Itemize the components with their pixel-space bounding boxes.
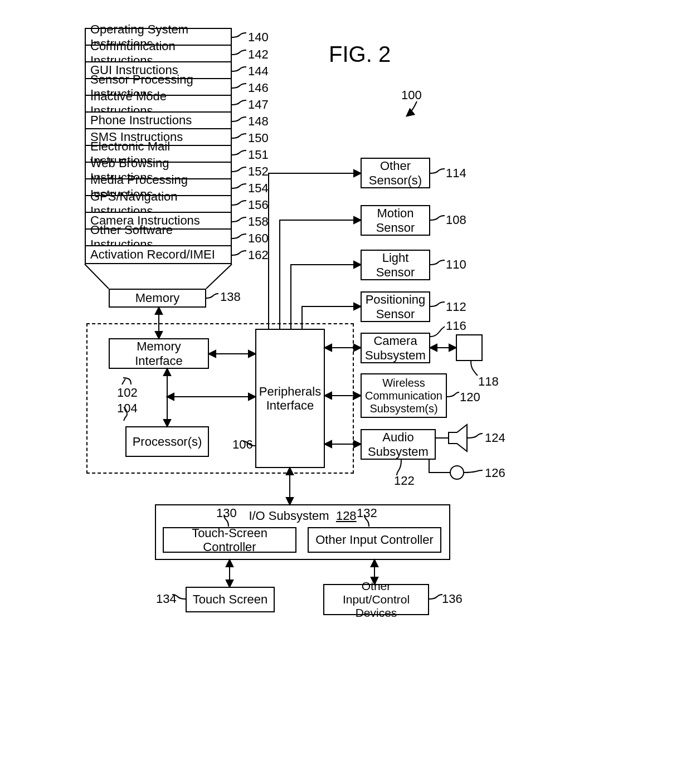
instr-row: Communication Instructions (85, 46, 232, 62)
instr-label: Phone Instructions (90, 113, 192, 128)
audio-subsystem-box: Audio Subsystem (361, 429, 436, 460)
ref-140: 140 (248, 30, 269, 45)
processors-box: Processor(s) (125, 426, 209, 457)
other-sensors-box: Other Sensor(s) (361, 158, 430, 188)
ref-160: 160 (248, 231, 269, 246)
periph-if-label: Peripherals Interface (259, 384, 322, 413)
other-controller-box: Other Input Controller (308, 527, 441, 553)
ref-146: 146 (248, 81, 269, 95)
io-sub-ref: 128 (336, 509, 357, 523)
ref-138: 138 (220, 290, 241, 304)
ref-106: 106 (232, 437, 253, 452)
other-input-label: Other Input/Control Devices (327, 580, 426, 620)
camera-sub-label: Camera Subsystem (364, 334, 427, 362)
light-sensor-label: Light Sensor (364, 251, 427, 279)
ref-158: 158 (248, 215, 269, 229)
svg-line-1 (206, 264, 232, 289)
ref-132: 132 (357, 506, 377, 520)
ref-148: 148 (248, 114, 269, 129)
ref-142: 142 (248, 47, 269, 62)
ref-118: 118 (478, 374, 499, 389)
ref-126: 126 (485, 466, 505, 480)
positioning-sensor-label: Positioning Sensor (364, 293, 427, 321)
ref-144: 144 (248, 64, 269, 79)
ref-116: 116 (446, 319, 466, 333)
peripherals-interface-box: Peripherals Interface (255, 329, 325, 468)
ref-154: 154 (248, 181, 269, 196)
ref-134: 134 (156, 592, 177, 606)
instr-label: Activation Record/IMEI (90, 247, 215, 262)
ref-112: 112 (446, 300, 466, 314)
instr-row: GPS/Navigation Instructions (85, 196, 232, 213)
camera-subsystem-box: Camera Subsystem (361, 333, 430, 363)
wireless-subsystem-box: Wireless Communication Subsystem(s) (361, 373, 447, 418)
diagram-canvas: FIG. 2 100 Operating System Instructions… (0, 0, 691, 784)
motion-sensor-box: Motion Sensor (361, 205, 430, 236)
camera-extra-box (456, 334, 483, 361)
ref-100: 100 (401, 88, 422, 103)
other-ctrl-label: Other Input Controller (315, 533, 434, 547)
memory-label: Memory (135, 291, 179, 305)
ref-122: 122 (394, 474, 415, 488)
svg-line-0 (85, 264, 109, 289)
instr-row: Inactive Mode Instructions (85, 96, 232, 113)
touch-controller-box: Touch-Screen Controller (163, 527, 296, 553)
memory-box: Memory (109, 289, 206, 308)
ref-114: 114 (446, 166, 466, 181)
ref-102: 102 (117, 386, 138, 400)
touch-screen-label: Touch Screen (193, 592, 268, 606)
ref-120: 120 (460, 390, 480, 405)
ref-108: 108 (446, 213, 466, 227)
memory-if-label: Memory Interface (112, 339, 206, 368)
touch-screen-box: Touch Screen (186, 587, 275, 612)
instr-row: Other Software Instructions (85, 230, 232, 246)
ref-162: 162 (248, 248, 269, 262)
figure-label: FIG. 2 (329, 42, 391, 67)
other-sensors-label: Other Sensor(s) (364, 159, 427, 187)
ref-147: 147 (248, 98, 269, 112)
memory-interface-box: Memory Interface (109, 338, 209, 369)
ref-130: 130 (216, 506, 237, 520)
ref-156: 156 (248, 198, 269, 212)
svg-point-11 (450, 466, 464, 479)
instr-row: Phone Instructions (85, 113, 232, 129)
processors-label: Processor(s) (133, 435, 202, 449)
positioning-sensor-box: Positioning Sensor (361, 291, 430, 322)
wireless-sub-label: Wireless Communication Subsystem(s) (364, 377, 444, 415)
ref-150: 150 (248, 131, 269, 145)
ref-136: 136 (442, 592, 463, 606)
instr-row: Activation Record/IMEI (85, 246, 232, 264)
other-input-box: Other Input/Control Devices (323, 584, 429, 615)
light-sensor-box: Light Sensor (361, 250, 430, 280)
touch-ctrl-label: Touch-Screen Controller (166, 526, 293, 554)
io-sub-title: I/O Subsystem 128 (156, 509, 449, 523)
audio-sub-label: Audio Subsystem (364, 430, 432, 459)
ref-151: 151 (248, 148, 269, 162)
ref-104: 104 (117, 401, 138, 416)
ref-152: 152 (248, 164, 269, 179)
ref-124: 124 (485, 431, 505, 445)
ref-110: 110 (446, 257, 466, 272)
motion-sensor-label: Motion Sensor (364, 206, 427, 235)
io-sub-label: I/O Subsystem (249, 509, 329, 523)
